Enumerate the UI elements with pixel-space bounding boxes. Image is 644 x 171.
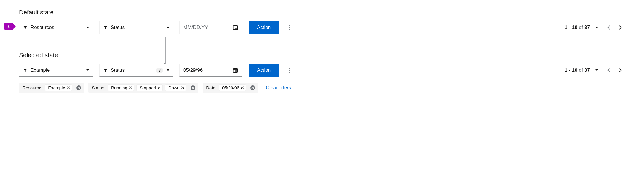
svg-point-8 xyxy=(235,28,236,29)
action-button[interactable]: Action xyxy=(249,64,279,77)
action-button[interactable]: Action xyxy=(249,21,279,34)
svg-point-4 xyxy=(234,28,234,28)
svg-point-9 xyxy=(236,28,237,29)
chip-remove-icon[interactable] xyxy=(67,86,70,89)
next-page-button[interactable] xyxy=(616,66,625,75)
filter-icon xyxy=(103,25,108,30)
chip-remove-icon[interactable] xyxy=(129,86,132,89)
svg-point-23 xyxy=(236,71,237,72)
chip-row: Resource Example Status Running Stopped xyxy=(19,83,625,93)
svg-point-21 xyxy=(234,71,234,72)
items-per-page-dropdown[interactable] xyxy=(592,23,602,32)
resources-dropdown[interactable]: Resources xyxy=(19,21,93,34)
caret-down-icon xyxy=(166,69,170,71)
caret-down-icon xyxy=(166,26,170,29)
default-state-title: Default state xyxy=(19,9,625,16)
date-input-group xyxy=(179,21,242,34)
status-dropdown[interactable]: Status 3 xyxy=(99,64,173,77)
calendar-button[interactable] xyxy=(228,64,242,76)
kebab-icon xyxy=(289,67,291,73)
items-per-page-dropdown[interactable] xyxy=(592,66,602,75)
svg-point-7 xyxy=(234,28,234,29)
prev-page-button[interactable] xyxy=(604,66,613,75)
chip: Down xyxy=(165,84,186,91)
chip-group-resource: Resource Example xyxy=(19,83,84,93)
annotation-badge: 2 xyxy=(4,23,13,30)
svg-point-25 xyxy=(289,70,290,71)
chip-group-label: Status xyxy=(92,85,105,90)
status-count-badge: 3 xyxy=(156,68,163,73)
chip-group-label: Resource xyxy=(23,85,41,90)
date-input[interactable] xyxy=(180,21,228,34)
chip-text: Running xyxy=(111,85,127,90)
resources-label: Resources xyxy=(30,25,83,30)
prev-page-button[interactable] xyxy=(604,23,613,32)
caret-down-icon xyxy=(86,69,90,71)
date-input-group xyxy=(179,64,242,77)
chip-text: 05/29/96 xyxy=(222,85,239,90)
svg-point-11 xyxy=(289,27,290,28)
pagination: 1 - 10 of 37 xyxy=(565,66,625,75)
next-page-button[interactable] xyxy=(616,23,625,32)
svg-point-24 xyxy=(289,68,290,69)
default-toolbar: Resources Status Action xyxy=(19,21,625,34)
resources-label: Example xyxy=(30,67,83,73)
resources-dropdown[interactable]: Example xyxy=(19,64,93,77)
calendar-button[interactable] xyxy=(228,21,242,34)
filter-icon xyxy=(103,68,108,73)
chip-group-date: Date 05/29/96 xyxy=(203,83,258,93)
chip: 05/29/96 xyxy=(219,84,246,91)
date-input[interactable] xyxy=(180,64,228,76)
svg-point-20 xyxy=(236,70,237,71)
clear-filters-button[interactable]: Clear filters xyxy=(266,85,291,91)
chip: Running xyxy=(108,84,134,91)
chip: Example xyxy=(45,84,72,91)
svg-point-10 xyxy=(289,25,290,26)
selected-state-title: Selected state xyxy=(19,52,625,59)
chip-group-label: Date xyxy=(206,85,215,90)
chip-remove-icon[interactable] xyxy=(158,86,161,89)
chip-text: Down xyxy=(168,85,179,90)
kebab-menu[interactable] xyxy=(285,64,294,77)
kebab-menu[interactable] xyxy=(285,21,294,34)
selected-toolbar: Example Status 3 Action xyxy=(19,64,625,77)
chip-remove-icon[interactable] xyxy=(181,86,184,89)
pagination-text: 1 - 10 of 37 xyxy=(565,25,590,30)
calendar-icon xyxy=(233,68,238,73)
pagination: 1 - 10 of 37 xyxy=(565,23,625,32)
svg-point-26 xyxy=(289,72,290,73)
chip: Stopped xyxy=(136,84,163,91)
svg-point-18 xyxy=(234,70,234,71)
chip-group-close-icon[interactable] xyxy=(249,85,256,91)
filter-icon xyxy=(23,68,28,73)
status-dropdown[interactable]: Status xyxy=(99,21,173,34)
chip-text: Stopped xyxy=(140,85,156,90)
svg-point-12 xyxy=(289,29,290,30)
status-label: Status xyxy=(111,67,153,73)
chip-group-close-icon[interactable] xyxy=(76,85,82,91)
svg-point-19 xyxy=(235,70,236,71)
filter-icon xyxy=(23,25,28,30)
chip-group-status: Status Running Stopped Down xyxy=(88,83,199,93)
svg-point-22 xyxy=(235,71,236,72)
pagination-text: 1 - 10 of 37 xyxy=(565,67,590,73)
chip-text: Example xyxy=(48,85,65,90)
caret-down-icon xyxy=(86,26,90,29)
chip-group-close-icon[interactable] xyxy=(190,85,196,91)
kebab-icon xyxy=(289,25,291,30)
svg-point-6 xyxy=(236,28,237,28)
svg-point-5 xyxy=(235,28,236,28)
calendar-icon xyxy=(233,25,238,30)
status-label: Status xyxy=(111,25,163,30)
chip-remove-icon[interactable] xyxy=(241,86,244,89)
